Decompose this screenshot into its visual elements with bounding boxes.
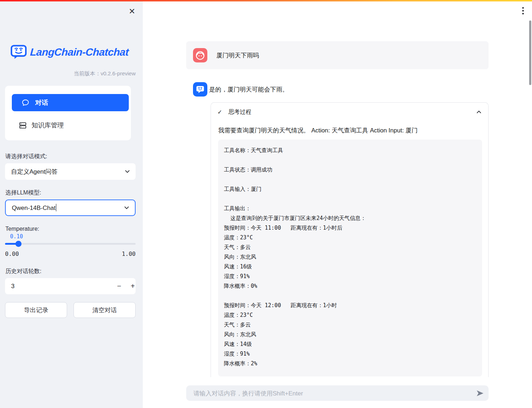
chat-input[interactable]: [193, 385, 467, 402]
user-message-text: 厦门明天下雨吗: [216, 41, 259, 69]
dialogue-mode-select[interactable]: 自定义Agent问答: [5, 163, 136, 180]
thinking-expander: ✓ 思考过程 我需要查询厦门明天的天气情况。 Action: 天气查询工具 Ac…: [211, 102, 489, 377]
temperature-slider[interactable]: [5, 243, 136, 245]
sidebar-item-dialogue[interactable]: 对话: [12, 94, 129, 111]
scrollbar-thumb[interactable]: [529, 20, 531, 85]
thinking-text: 我需要查询厦门明天的天气情况。 Action: 天气查询工具 Action In…: [218, 126, 480, 135]
send-icon: [476, 389, 484, 398]
chat-bubble-logo-icon: [10, 44, 27, 60]
app-title: LangChain-Chatchat: [30, 46, 129, 58]
check-icon: ✓: [217, 109, 222, 116]
chevron-up-icon: [475, 108, 482, 116]
version-text: 当前版本：v0.2.6-preview: [74, 70, 136, 77]
text-cursor: [56, 204, 57, 211]
send-button[interactable]: [476, 389, 484, 398]
nav-card: 对话 知识库管理: [5, 86, 131, 140]
export-records-button[interactable]: 导出记录: [5, 302, 67, 318]
thinking-expander-header[interactable]: ✓ 思考过程: [211, 103, 488, 121]
temperature-label: Temperature:: [5, 226, 39, 232]
temperature-min: 0.00: [5, 250, 19, 257]
dialogue-mode-value: 自定义Agent问答: [11, 168, 57, 176]
temperature-value: 0.10: [10, 233, 23, 240]
clear-dialogue-button[interactable]: 清空对话: [74, 302, 136, 318]
sidebar-item-label: 知识库管理: [32, 121, 64, 130]
sidebar-item-label: 对话: [35, 98, 48, 107]
app-logo: LangChain-Chatchat: [10, 44, 129, 60]
sidebar-item-knowledge-base[interactable]: 知识库管理: [12, 117, 129, 134]
decrement-button[interactable]: −: [112, 278, 126, 294]
llm-model-value: Qwen-14B-Chat: [12, 205, 56, 211]
speech-bubble-icon: [22, 99, 29, 107]
thinking-expander-label: 思考过程: [228, 108, 251, 116]
temperature-max: 1.00: [122, 250, 136, 257]
assistant-avatar: [193, 82, 207, 97]
user-message-row: 厦门明天下雨吗: [186, 41, 489, 69]
app-window: ✕ LangChain-Chatchat 当前版本：v0.2.6-preview: [0, 0, 532, 408]
history-rounds-input[interactable]: 3 − +: [5, 278, 136, 294]
chevron-down-icon: [123, 204, 130, 211]
llm-model-label: 选择LLM模型:: [5, 189, 41, 197]
tool-output-text: 工具名称：天气查询工具 工具状态：调用成功 工具输入：厦门 工具输出： 这是查询…: [224, 146, 476, 369]
llm-model-select[interactable]: Qwen-14B-Chat: [5, 200, 136, 216]
chat-input-bar: [186, 385, 489, 401]
user-avatar: [193, 48, 207, 62]
assistant-chat-icon: [195, 84, 205, 94]
dialogue-mode-label: 请选择对话模式:: [5, 153, 47, 160]
user-face-icon: [195, 50, 206, 61]
kebab-menu-icon: [518, 5, 528, 17]
increment-button[interactable]: +: [126, 278, 140, 294]
history-rounds-value: 3: [11, 278, 14, 294]
sidebar: ✕ LangChain-Chatchat 当前版本：v0.2.6-preview: [0, 0, 143, 408]
chevron-down-icon: [124, 168, 131, 175]
history-rounds-label: 历史对话轮数:: [5, 268, 41, 275]
sidebar-close-button[interactable]: ✕: [125, 4, 139, 19]
tool-output-block: 工具名称：天气查询工具 工具状态：调用成功 工具输入：厦门 工具输出： 这是查询…: [218, 140, 482, 376]
slider-thumb[interactable]: [15, 241, 22, 247]
assistant-message-text: 是的，厦门明天可能会下雨。: [209, 85, 288, 94]
knowledge-base-icon: [19, 121, 27, 130]
top-decoration-bar: [0, 0, 532, 1]
main-menu-button[interactable]: [518, 5, 528, 17]
